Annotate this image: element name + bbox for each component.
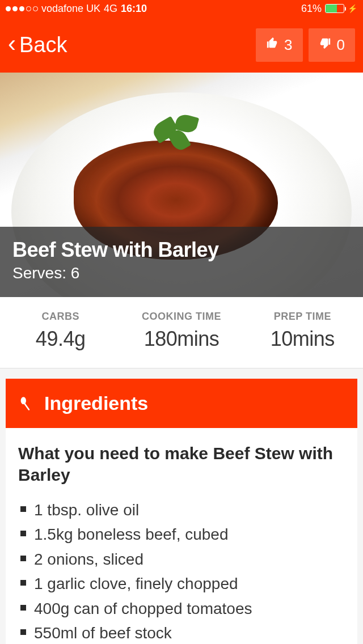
back-button[interactable]: ‹ Back <box>8 33 67 57</box>
clock-label: 16:10 <box>121 3 147 15</box>
list-item: 550ml of beef stock <box>18 621 345 644</box>
thumbs-down-icon <box>319 37 331 53</box>
thumbs-up-icon <box>266 37 278 53</box>
stat-label: CARBS <box>0 311 121 323</box>
spoon-icon <box>18 396 34 412</box>
ingredients-body: What you need to make Beef Stew with Bar… <box>6 428 357 644</box>
ingredient-text: 2 onions, sliced <box>34 547 143 571</box>
status-bar: vodafone UK 4G 16:10 61% ⚡ <box>0 0 363 17</box>
recipe-serves: Serves: 6 <box>12 264 351 282</box>
bullet-icon <box>20 580 26 586</box>
bullet-icon <box>20 506 26 512</box>
ingredient-text: 550ml of beef stock <box>34 621 172 644</box>
thumbs-down-count: 0 <box>337 36 345 54</box>
chevron-left-icon: ‹ <box>8 32 16 56</box>
thumbs-down-button[interactable]: 0 <box>309 28 355 62</box>
recipe-title: Beef Stew with Barley <box>12 238 351 262</box>
list-item: 2 onions, sliced <box>18 547 345 571</box>
carrier-label: vodafone UK <box>41 3 100 15</box>
nav-bar: ‹ Back 3 0 <box>0 17 363 73</box>
recipe-hero-image: Beef Stew with Barley Serves: 6 <box>0 73 363 297</box>
stat-label: COOKING TIME <box>121 311 242 323</box>
nutrition-stats-row: CARBS 49.4g COOKING TIME 180mins PREP TI… <box>0 297 363 368</box>
ingredient-text: 400g can of chopped tomatoes <box>34 596 252 621</box>
status-right: 61% ⚡ <box>301 3 357 15</box>
list-item: 1.5kg boneless beef, cubed <box>18 522 345 546</box>
vote-buttons: 3 0 <box>256 28 355 62</box>
ingredient-text: 1 tbsp. olive oil <box>34 498 139 522</box>
ingredients-subheading: What you need to make Beef Stew with Bar… <box>18 443 345 485</box>
thumbs-up-count: 3 <box>284 36 292 54</box>
back-label: Back <box>19 33 67 57</box>
bullet-icon <box>20 605 26 611</box>
stat-value: 10mins <box>242 327 363 351</box>
ingredient-text: 1.5kg boneless beef, cubed <box>34 522 228 546</box>
ingredient-text: 1 garlic clove, finely chopped <box>34 571 238 596</box>
bullet-icon <box>20 556 26 561</box>
bullet-icon <box>20 629 26 635</box>
stat-cooking-time: COOKING TIME 180mins <box>121 311 242 351</box>
thumbs-up-button[interactable]: 3 <box>256 28 302 62</box>
ingredients-list: 1 tbsp. olive oil 1.5kg boneless beef, c… <box>18 498 345 644</box>
signal-strength-icon <box>6 6 38 11</box>
hero-title-overlay: Beef Stew with Barley Serves: 6 <box>0 227 363 297</box>
section-title: Ingredients <box>44 392 148 414</box>
list-item: 1 tbsp. olive oil <box>18 498 345 522</box>
network-label: 4G <box>104 3 117 15</box>
stat-value: 49.4g <box>0 327 121 351</box>
status-left: vodafone UK 4G 16:10 <box>6 3 147 15</box>
battery-icon <box>325 4 344 13</box>
battery-percent-label: 61% <box>301 3 322 15</box>
stat-prep-time: PREP TIME 10mins <box>242 311 363 351</box>
stat-value: 180mins <box>121 327 242 351</box>
list-item: 400g can of chopped tomatoes <box>18 596 345 621</box>
ingredients-header: Ingredients <box>6 379 357 428</box>
bullet-icon <box>20 531 26 536</box>
list-item: 1 garlic clove, finely chopped <box>18 571 345 596</box>
charging-icon: ⚡ <box>348 4 357 13</box>
stat-carbs: CARBS 49.4g <box>0 311 121 351</box>
ingredients-section: Ingredients What you need to make Beef S… <box>6 379 357 644</box>
stat-label: PREP TIME <box>242 311 363 323</box>
